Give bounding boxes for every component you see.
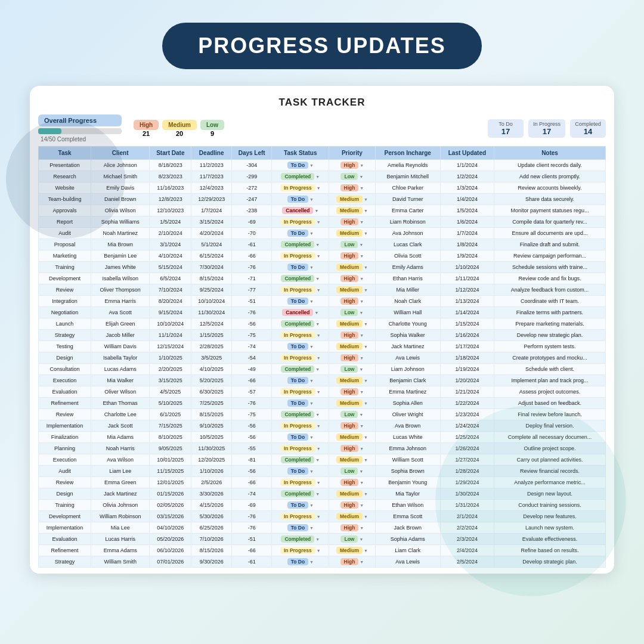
priority-pill[interactable]: High: [340, 252, 359, 259]
table-cell: 04/10/2026: [150, 522, 191, 534]
status-pill[interactable]: Completed: [281, 320, 314, 327]
table-cell: 1/21/2024: [440, 386, 494, 398]
priority-pill[interactable]: High: [340, 332, 359, 339]
table-cell: 12/4/2023: [191, 182, 232, 194]
priority-pill[interactable]: Medium: [336, 400, 363, 407]
priority-pill[interactable]: Low: [340, 309, 358, 316]
status-pill[interactable]: Cancelled: [282, 309, 313, 316]
priority-pill[interactable]: High: [340, 422, 359, 429]
status-pill[interactable]: In Progress: [280, 252, 315, 259]
table-cell: Lucas Harris: [91, 534, 150, 545]
priority-pill[interactable]: Low: [340, 366, 358, 373]
status-pill[interactable]: In Progress: [280, 286, 315, 293]
status-pill[interactable]: In Progress: [280, 388, 315, 395]
status-pill[interactable]: In Progress: [280, 445, 315, 452]
table-cell: 3/1/2024: [150, 239, 191, 250]
table-cell: 1/10/2024: [440, 262, 494, 273]
priority-pill[interactable]: High: [340, 388, 359, 395]
table-cell: -76: [231, 307, 271, 318]
status-pill[interactable]: Completed: [281, 411, 314, 418]
status-pill[interactable]: Completed: [281, 535, 314, 543]
table-cell: Emma Green: [91, 477, 150, 488]
table-cell: 5/30/2026: [191, 511, 232, 522]
priority-pill[interactable]: Medium: [336, 320, 363, 327]
priority-pill[interactable]: High: [340, 184, 359, 191]
priority-pill[interactable]: Medium: [336, 286, 363, 293]
priority-pill[interactable]: High: [340, 162, 359, 169]
status-pill[interactable]: To Do: [287, 196, 308, 203]
table-cell: 6/30/2025: [191, 386, 232, 398]
priority-pill[interactable]: High: [340, 354, 359, 361]
status-pill[interactable]: In Progress: [280, 513, 315, 520]
status-pill[interactable]: Completed: [281, 173, 314, 180]
status-pill[interactable]: To Do: [287, 343, 308, 350]
priority-pill[interactable]: Medium: [336, 490, 363, 497]
priority-pill[interactable]: High: [340, 524, 359, 531]
status-pill[interactable]: To Do: [287, 501, 308, 509]
status-pill[interactable]: Completed: [281, 275, 314, 282]
status-pill[interactable]: To Do: [287, 558, 308, 565]
status-pill[interactable]: To Do: [287, 467, 308, 475]
status-pill[interactable]: In Progress: [280, 184, 315, 191]
priority-pill[interactable]: Medium: [336, 456, 363, 463]
priority-pill[interactable]: Low: [340, 467, 358, 475]
table-cell: 4/10/2024: [150, 250, 191, 262]
table-cell: -49: [231, 364, 271, 375]
table-cell: David Turner: [375, 194, 440, 205]
table-cell: 7/15/2025: [150, 420, 191, 432]
status-pill[interactable]: To Do: [287, 400, 308, 407]
priority-pill[interactable]: Low: [340, 173, 358, 180]
status-pill[interactable]: In Progress: [280, 479, 315, 486]
status-pill[interactable]: To Do: [287, 162, 308, 169]
table-cell: 12/5/2024: [191, 318, 232, 330]
status-pill[interactable]: Completed: [281, 456, 314, 463]
status-pill[interactable]: To Do: [287, 264, 308, 271]
priority-pill[interactable]: Medium: [336, 264, 363, 271]
table-cell: Consultation: [39, 364, 91, 375]
table-cell: 1/19/2024: [440, 364, 494, 375]
priority-pill[interactable]: Medium: [336, 343, 363, 350]
status-pill[interactable]: Completed: [281, 490, 314, 497]
priority-pill[interactable]: Low: [340, 241, 358, 248]
priority-pill[interactable]: Medium: [336, 513, 363, 520]
table-cell: Development: [39, 511, 91, 522]
status-pill[interactable]: Completed: [281, 366, 314, 373]
status-pill[interactable]: To Do: [287, 377, 308, 384]
status-pill[interactable]: To Do: [287, 434, 308, 441]
priority-pill[interactable]: Medium: [336, 207, 363, 214]
priority-pill[interactable]: High: [340, 558, 359, 565]
priority-pill[interactable]: Medium: [336, 196, 363, 203]
priority-pill[interactable]: Medium: [336, 230, 363, 237]
col-priority: Priority: [329, 147, 375, 160]
priority-pill[interactable]: High: [340, 275, 359, 282]
page-title: PROGRESS UPDATES: [198, 33, 445, 58]
priority-pill[interactable]: Medium: [336, 547, 363, 554]
priority-pill[interactable]: Medium: [336, 377, 363, 384]
status-pill[interactable]: To Do: [287, 230, 308, 237]
priority-pill[interactable]: Medium: [336, 434, 363, 441]
status-pill[interactable]: In Progress: [280, 332, 315, 339]
priority-pill[interactable]: Low: [340, 535, 358, 543]
table-cell: Implementation: [39, 522, 91, 534]
stat-inprogress: In Progress 17: [528, 119, 565, 138]
priority-pill[interactable]: High: [340, 479, 359, 486]
status-pill[interactable]: In Progress: [280, 422, 315, 429]
table-cell: 12/15/2024: [150, 341, 191, 352]
priority-pill[interactable]: High: [340, 298, 359, 305]
table-cell: Ava Wilson: [91, 454, 150, 466]
priority-pill[interactable]: Low: [340, 411, 358, 418]
status-pill[interactable]: Cancelled: [282, 207, 313, 214]
status-pill[interactable]: In Progress: [280, 547, 315, 554]
status-pill[interactable]: To Do: [287, 298, 308, 305]
priority-pill[interactable]: High: [340, 445, 359, 452]
status-pill[interactable]: To Do: [287, 524, 308, 531]
table-cell: 5/10/2025: [150, 398, 191, 409]
table-cell: -56: [231, 466, 271, 477]
status-pill[interactable]: Completed: [281, 241, 314, 248]
status-pill[interactable]: In Progress: [280, 218, 315, 225]
priority-pill[interactable]: High: [340, 218, 359, 225]
table-cell: Oliver Wilson: [91, 386, 150, 398]
table-cell: Emma Johnson: [375, 443, 440, 454]
priority-pill[interactable]: High: [340, 501, 359, 509]
status-pill[interactable]: In Progress: [280, 354, 315, 361]
